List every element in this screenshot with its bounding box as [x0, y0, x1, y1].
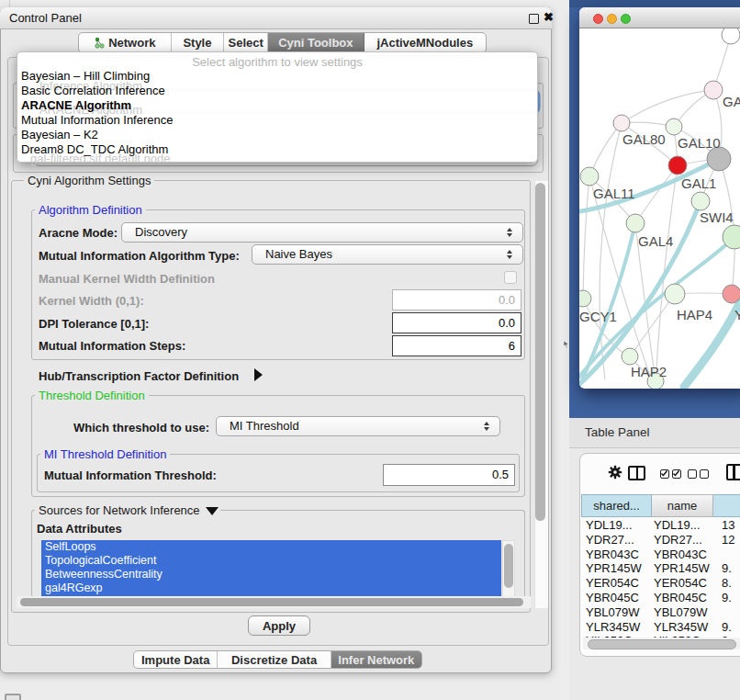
column-header-partial[interactable] — [713, 494, 740, 517]
hub-expand-arrow-icon[interactable] — [254, 368, 263, 381]
table-row[interactable]: YBR043CYBR043C — [581, 548, 740, 562]
table-panel-title: Table Panel — [585, 425, 650, 439]
kernel-width-input[interactable]: 0.0 — [392, 289, 521, 310]
algorithm-popup: Select algorithm to view settings Infere… — [17, 51, 538, 163]
popup-item[interactable]: Bayesian – Hill Climbing — [21, 69, 150, 83]
minimize-traffic-light[interactable] — [607, 14, 617, 24]
table-row[interactable]: YPR145WYPR145W9. — [581, 561, 740, 576]
network-window-titlebar[interactable] — [579, 7, 740, 28]
combo-arrows-icon — [484, 422, 490, 431]
node-label: GAL11 — [593, 186, 635, 201]
table-row[interactable]: YDL19...YDL19...13 — [581, 518, 740, 533]
table-row[interactable]: YLR345WYLR345W9. — [581, 620, 740, 635]
top-tab-strip: Network Style Select Cyni Toolbox jActiv… — [78, 32, 487, 53]
deselect-all-checks-icon[interactable] — [688, 469, 709, 479]
minimize-icon[interactable] — [529, 14, 539, 24]
popup-item[interactable]: Mutual Information Inference — [21, 113, 173, 127]
table-panel-header: Table Panel — [569, 418, 740, 448]
combo-arrows-icon — [507, 250, 513, 259]
bottom-tab-strip: Impute Data Discretize Data Infer Networ… — [133, 650, 422, 669]
kernel-width-label: Kernel Width (0,1): — [39, 294, 144, 308]
tab-impute-data[interactable]: Impute Data — [134, 651, 218, 668]
mi-type-combo[interactable]: Naive Bayes — [252, 244, 523, 265]
which-threshold-combo[interactable]: MI Threshold — [216, 416, 500, 436]
data-attributes-label: Data Attributes — [37, 522, 122, 536]
table-row[interactable]: YER054CYER054C8. — [581, 576, 740, 591]
sources-collapse-arrow-icon[interactable] — [206, 507, 219, 515]
tab-select[interactable]: Select — [224, 33, 268, 52]
manual-kernel-label: Manual Kernel Width Definition — [39, 272, 215, 286]
tab-discretize-data[interactable]: Discretize Data — [218, 651, 331, 668]
zoom-traffic-light[interactable] — [621, 14, 631, 24]
close-traffic-light[interactable] — [593, 14, 603, 24]
aracne-mode-label: Aracne Mode: — [39, 226, 118, 240]
panel-grip-icon[interactable] — [5, 694, 21, 700]
control-panel-titlebar[interactable]: Control Panel — [0, 7, 552, 29]
node-label: SWI4 — [700, 209, 734, 225]
partial-toolbar-icon[interactable] — [726, 464, 740, 480]
gear-icon[interactable] — [607, 464, 623, 480]
node-label: HAP4 — [677, 307, 712, 322]
node-label: GAL10 — [678, 135, 721, 151]
hub-definition-label[interactable]: Hub/Transcription Factor Definition — [39, 369, 239, 383]
popup-item[interactable]: Bayesian – K2 — [21, 128, 98, 141]
node-label: Y — [734, 307, 740, 322]
node-label: GAL4 — [638, 233, 673, 249]
data-attributes-list[interactable]: SelfLoops TopologicalCoefficient Between… — [41, 540, 501, 597]
combo-arrows-icon — [507, 228, 513, 237]
popup-item[interactable]: Basic Correlation Inference — [21, 84, 165, 97]
node-label: GAL80 — [622, 131, 666, 147]
node-label: GCY1 — [579, 309, 617, 324]
column-header-shared-name[interactable]: shared... — [581, 494, 652, 517]
mi-steps-label: Mutual Information Steps: — [39, 339, 185, 353]
algorithm-definition-title: Algorithm Definition — [35, 204, 146, 216]
column-browser-icon[interactable] — [628, 466, 645, 480]
network-view-window[interactable]: GAL7 GAL80 GAL10 GAL1 GAL11 SWI4 GAL4 GC… — [579, 7, 740, 389]
popup-header: Select algorithm to view settings — [17, 55, 537, 69]
node-label: HAP2 — [631, 364, 667, 379]
dpi-tolerance-input[interactable]: 0.0 — [392, 312, 521, 333]
desktop-top-strip — [569, 0, 740, 7]
sources-title[interactable]: Sources for Network Inference — [35, 504, 220, 516]
tab-infer-network[interactable]: Infer Network — [331, 651, 421, 668]
table-row[interactable]: YBL079WYBL079W — [581, 605, 740, 620]
popup-item[interactable]: Dream8 DC_TDC Algorithm — [21, 142, 168, 156]
manual-kernel-checkbox[interactable] — [504, 271, 517, 284]
settings-vscrollbar-thumb[interactable] — [535, 183, 545, 521]
column-header-name[interactable]: name — [652, 494, 713, 517]
table-row[interactable]: YBR045CYBR045C9. — [581, 591, 740, 605]
popup-item-selected[interactable]: ARACNE Algorithm — [21, 98, 131, 112]
list-item[interactable]: BetweennessCentrality — [41, 568, 501, 581]
table-hscrollbar-thumb[interactable] — [588, 639, 736, 649]
threshold-definition-title: Threshold Definition — [35, 390, 149, 401]
network-graph[interactable]: GAL7 GAL80 GAL10 GAL1 GAL11 SWI4 GAL4 GC… — [579, 21, 740, 389]
settings-hscrollbar-thumb[interactable] — [20, 598, 523, 606]
table-row[interactable]: YDR27...YDR27...12 — [581, 533, 740, 548]
tab-network[interactable]: Network — [79, 33, 172, 52]
mouse-cursor — [563, 340, 570, 348]
tab-jactivemnodules[interactable]: jActiveMNodules — [364, 33, 486, 52]
which-threshold-label: Which threshold to use: — [73, 421, 209, 435]
table-body: YDL19...YDL19...13 YDR27...YDR27...12 YB… — [581, 518, 740, 641]
list-item[interactable]: TopologicalCoefficient — [41, 554, 501, 568]
select-all-checks-icon[interactable] — [660, 469, 681, 479]
window-title: Control Panel — [9, 11, 82, 25]
list-item[interactable]: SelfLoops — [41, 540, 501, 554]
aracne-mode-combo[interactable]: Discovery — [121, 222, 523, 243]
attr-list-scrollbar-thumb[interactable] — [504, 544, 513, 588]
close-icon[interactable]: ✖ — [544, 10, 554, 24]
cyni-settings-title: Cyni Algorithm Settings — [24, 175, 154, 186]
node-label: GAL7 — [723, 94, 740, 109]
node-label: GAL1 — [681, 175, 716, 191]
mi-threshold-title: MI Threshold Definition — [40, 448, 170, 460]
apply-button[interactable]: Apply — [248, 615, 310, 636]
mi-steps-input[interactable]: 6 — [392, 335, 521, 356]
network-icon — [94, 37, 105, 49]
tab-cyni-toolbox[interactable]: Cyni Toolbox — [268, 33, 364, 52]
mi-threshold-input[interactable]: 0.5 — [383, 464, 515, 486]
mi-type-label: Mutual Information Algorithm Type: — [39, 249, 240, 263]
dpi-tolerance-label: DPI Tolerance [0,1]: — [39, 317, 149, 331]
desktop-line — [9, 0, 10, 7]
list-item[interactable]: gal4RGexp — [41, 581, 501, 595]
tab-style[interactable]: Style — [172, 33, 225, 52]
